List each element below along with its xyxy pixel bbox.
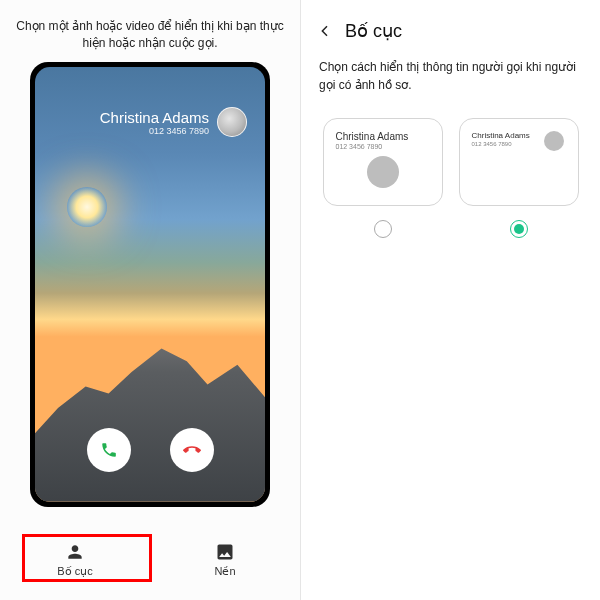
caller-name-text: Christina Adams bbox=[100, 109, 209, 126]
image-icon bbox=[215, 542, 235, 562]
back-icon[interactable] bbox=[317, 23, 333, 39]
highlight-box bbox=[22, 534, 152, 582]
call-buttons bbox=[35, 428, 265, 472]
settings-description: Chọn cách hiển thị thông tin người gọi k… bbox=[301, 54, 600, 114]
avatar bbox=[217, 107, 247, 137]
decline-call-button[interactable] bbox=[170, 428, 214, 472]
tab-background[interactable]: Nền bbox=[150, 534, 300, 586]
sample-name: Christina Adams bbox=[336, 131, 430, 142]
layout-option-right[interactable]: Christina Adams 012 3456 7890 bbox=[459, 118, 579, 238]
sample-avatar-center bbox=[367, 156, 399, 188]
phone-mockup: Christina Adams 012 3456 7890 bbox=[30, 62, 270, 507]
phone-accept-icon bbox=[100, 441, 118, 459]
layout-card-center: Christina Adams 012 3456 7890 bbox=[323, 118, 443, 206]
layout-options: Christina Adams 012 3456 7890 Christina … bbox=[301, 114, 600, 242]
preview-instruction: Chọn một ảnh hoặc video để hiển thị khi … bbox=[0, 0, 300, 62]
page-title: Bố cục bbox=[345, 20, 402, 42]
caller-info: Christina Adams 012 3456 7890 bbox=[100, 109, 209, 136]
settings-header: Bố cục bbox=[301, 0, 600, 54]
accept-call-button[interactable] bbox=[87, 428, 131, 472]
radio-center[interactable] bbox=[374, 220, 392, 238]
layout-card-right: Christina Adams 012 3456 7890 bbox=[459, 118, 579, 206]
bottom-tab-bar: Bố cục Nền bbox=[0, 520, 300, 600]
caller-phone-text: 012 3456 7890 bbox=[100, 126, 209, 136]
settings-panel: Bố cục Chọn cách hiển thị thông tin ngườ… bbox=[300, 0, 600, 600]
tab-background-label: Nền bbox=[214, 565, 235, 578]
phone-decline-icon bbox=[183, 441, 201, 459]
radio-right[interactable] bbox=[510, 220, 528, 238]
wallpaper: Christina Adams 012 3456 7890 bbox=[35, 67, 265, 502]
sample-phone: 012 3456 7890 bbox=[336, 143, 430, 150]
preview-panel: Chọn một ảnh hoặc video để hiển thị khi … bbox=[0, 0, 300, 600]
sample-avatar-right bbox=[544, 131, 564, 151]
layout-option-center[interactable]: Christina Adams 012 3456 7890 bbox=[323, 118, 443, 238]
